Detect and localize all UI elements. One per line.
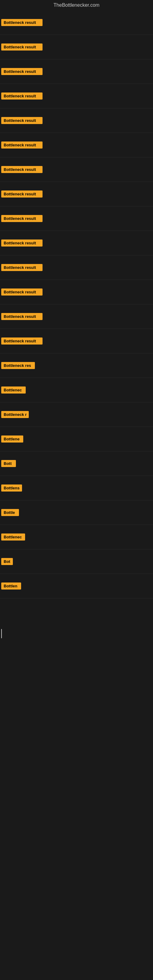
bottleneck-bar-15[interactable]: Bottleneck res: [1, 362, 35, 369]
result-row-22[interactable]: Bottlenec: [0, 525, 153, 549]
result-row-14[interactable]: Bottleneck result: [0, 329, 153, 353]
bottleneck-bar-16[interactable]: Bottlenec: [1, 387, 26, 393]
bottleneck-bar-14[interactable]: Bottleneck result: [1, 337, 43, 345]
bottleneck-bar-8[interactable]: Bottleneck result: [1, 191, 43, 197]
bottleneck-bar-1[interactable]: Bottleneck result: [1, 19, 43, 26]
result-row-10[interactable]: Bottleneck result: [0, 231, 153, 255]
bottleneck-bar-4[interactable]: Bottleneck result: [1, 92, 43, 100]
result-row-24[interactable]: Bottlen: [0, 574, 153, 598]
result-row-16[interactable]: Bottlenec: [0, 378, 153, 402]
result-row-1[interactable]: Bottleneck result: [0, 10, 153, 35]
result-row-4[interactable]: Bottleneck result: [0, 84, 153, 108]
result-row-17[interactable]: Bottleneck r: [0, 402, 153, 427]
site-title: TheBottlenecker.com: [0, 0, 153, 10]
bottleneck-bar-12[interactable]: Bottleneck result: [1, 288, 43, 296]
bottleneck-bar-11[interactable]: Bottleneck result: [1, 264, 43, 271]
bottleneck-bar-19[interactable]: Bott: [1, 460, 16, 467]
bottleneck-bar-18[interactable]: Bottlene: [1, 436, 23, 442]
bottleneck-bar-13[interactable]: Bottleneck result: [1, 313, 43, 320]
result-row-6[interactable]: Bottleneck result: [0, 133, 153, 158]
result-row-9[interactable]: Bottleneck result: [0, 207, 153, 231]
result-row-15[interactable]: Bottleneck res: [0, 353, 153, 378]
bottleneck-bar-24[interactable]: Bottlen: [1, 582, 21, 590]
result-row-3[interactable]: Bottleneck result: [0, 59, 153, 84]
result-row-2[interactable]: Bottleneck result: [0, 35, 153, 59]
bottleneck-bar-9[interactable]: Bottleneck result: [1, 215, 43, 222]
result-row-23[interactable]: Bot: [0, 549, 153, 574]
bottleneck-bar-21[interactable]: Bottle: [1, 509, 19, 516]
bottleneck-bar-5[interactable]: Bottleneck result: [1, 117, 43, 124]
bottleneck-bar-7[interactable]: Bottleneck result: [1, 166, 43, 173]
bottleneck-bar-10[interactable]: Bottleneck result: [1, 240, 43, 247]
bottleneck-bar-23[interactable]: Bot: [1, 558, 13, 565]
result-row-11[interactable]: Bottleneck result: [0, 255, 153, 280]
result-row-19[interactable]: Bott: [0, 452, 153, 476]
result-row-18[interactable]: Bottlene: [0, 427, 153, 452]
bottleneck-bar-3[interactable]: Bottleneck result: [1, 68, 43, 75]
bottleneck-bar-2[interactable]: Bottleneck result: [1, 43, 43, 51]
result-row-13[interactable]: Bottleneck result: [0, 304, 153, 329]
result-row-20[interactable]: Bottlens: [0, 476, 153, 500]
bottleneck-bar-20[interactable]: Bottlens: [1, 485, 22, 492]
result-row-21[interactable]: Bottle: [0, 500, 153, 525]
result-row-7[interactable]: Bottleneck result: [0, 158, 153, 182]
result-row-5[interactable]: Bottleneck result: [0, 108, 153, 133]
bottleneck-bar-6[interactable]: Bottleneck result: [1, 142, 43, 148]
result-row-8[interactable]: Bottleneck result: [0, 182, 153, 207]
bottleneck-bar-22[interactable]: Bottlenec: [1, 533, 25, 541]
cursor: [1, 629, 2, 638]
result-row-12[interactable]: Bottleneck result: [0, 280, 153, 304]
bottleneck-bar-17[interactable]: Bottleneck r: [1, 411, 29, 418]
